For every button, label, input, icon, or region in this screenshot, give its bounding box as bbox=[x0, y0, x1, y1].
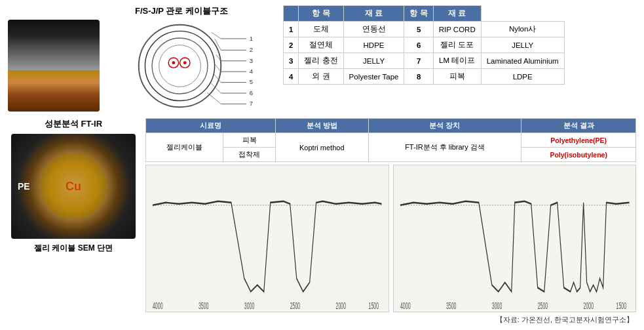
th-mat1: 재 료 bbox=[343, 6, 404, 22]
chart-right: 4000 3500 3000 2500 2000 1500 bbox=[393, 165, 637, 312]
ir-table: 시료명 분석 방법 분석 장치 분석 결과 젤리케이블 피복 Koptri me… bbox=[145, 118, 636, 162]
cell-item1: 외 권 bbox=[299, 69, 343, 85]
svg-text:6: 6 bbox=[250, 89, 253, 96]
td-device: FT-IR분석 후 library 검색 bbox=[368, 133, 521, 162]
svg-text:1500: 1500 bbox=[616, 300, 626, 310]
svg-point-3 bbox=[159, 45, 201, 87]
svg-point-0 bbox=[139, 25, 221, 108]
cell-num: 4 bbox=[284, 69, 299, 85]
result-pe: Polyethylene(PE) bbox=[550, 136, 607, 144]
sem-image: PE Cu bbox=[11, 134, 136, 239]
svg-rect-29 bbox=[146, 165, 388, 312]
sem-caption: 젤리 케이블 SEM 단면 bbox=[34, 243, 113, 254]
cell-num2: 7 bbox=[404, 53, 433, 69]
cell-mat2: Nylon사 bbox=[481, 22, 564, 37]
cell-num2: 8 bbox=[404, 69, 433, 85]
cable-diagram-svg: 1 2 3 4 5 6 7 bbox=[111, 20, 268, 112]
cell-mat2: JELLY bbox=[481, 37, 564, 53]
cell-item1: 도체 bbox=[299, 22, 343, 37]
cell-num: 1 bbox=[284, 22, 299, 37]
svg-text:3: 3 bbox=[250, 57, 253, 64]
cell-item2: RIP CORD bbox=[433, 22, 481, 37]
svg-text:5: 5 bbox=[250, 78, 253, 85]
svg-line-28 bbox=[207, 93, 221, 104]
svg-text:2000: 2000 bbox=[336, 300, 347, 310]
footer-text: 【자료: 가온전선, 한국고분자시험연구소】 bbox=[496, 316, 634, 323]
cable-photo-inner bbox=[8, 20, 100, 112]
charts-row: 4000 3500 3000 2500 2000 1500 bbox=[145, 165, 636, 312]
svg-text:4000: 4000 bbox=[153, 300, 163, 310]
bottom-left: 성분분석 FT-IR PE Cu 젤리 케이블 SEM 단면 bbox=[8, 118, 139, 312]
svg-point-6 bbox=[172, 61, 175, 64]
cell-mat1: JELLY bbox=[343, 53, 404, 69]
cell-item1: 젤리 충전 bbox=[299, 53, 343, 69]
ir-table-container: 시료명 분석 방법 분석 장치 분석 결과 젤리케이블 피복 Koptri me… bbox=[145, 118, 636, 162]
sem-label-cu: Cu bbox=[66, 180, 81, 194]
svg-text:3000: 3000 bbox=[244, 300, 255, 310]
td-sub-피복: 피복 bbox=[223, 133, 276, 148]
td-method: Koptri method bbox=[276, 133, 369, 162]
th-mat2: 재 료 bbox=[433, 6, 481, 22]
th-blank bbox=[284, 6, 299, 22]
cell-num2: 6 bbox=[404, 37, 433, 53]
th-device: 분석 장치 bbox=[368, 119, 521, 133]
svg-text:4000: 4000 bbox=[400, 300, 410, 310]
ir-section-title: 성분분석 FT-IR bbox=[45, 118, 102, 130]
svg-rect-37 bbox=[394, 165, 636, 312]
svg-text:2000: 2000 bbox=[583, 300, 594, 310]
chart-left: 4000 3500 3000 2500 2000 1500 bbox=[145, 165, 389, 312]
bottom-right: 시료명 분석 방법 분석 장치 분석 결과 젤리케이블 피복 Koptri me… bbox=[145, 118, 636, 312]
td-result2: Poly(isobutylene) bbox=[521, 148, 636, 162]
th-item2: 항 목 bbox=[404, 6, 433, 22]
sem-label-pe: PE bbox=[18, 181, 30, 192]
th-result: 분석 결과 bbox=[521, 119, 636, 133]
table-row: 2 절연체 HDPE 6 젤리 도포 JELLY bbox=[284, 37, 565, 53]
svg-point-2 bbox=[152, 38, 208, 94]
svg-text:2: 2 bbox=[250, 46, 253, 53]
table-row: 3 젤리 충전 JELLY 7 LM 테이프 Laminated Alumini… bbox=[284, 53, 565, 69]
cable-table-container: 항 목 재 료 항 목 재 료 1 도체 연동선 5 RIP CORD Nylo… bbox=[283, 5, 636, 112]
svg-text:3000: 3000 bbox=[491, 300, 502, 310]
svg-point-1 bbox=[145, 31, 214, 100]
svg-line-25 bbox=[215, 64, 221, 72]
svg-text:1500: 1500 bbox=[369, 300, 379, 310]
main-container: F/S-J/P 관로 케이블구조 bbox=[0, 0, 644, 330]
cell-item2: LM 테이프 bbox=[433, 53, 481, 69]
bottom-section: 성분분석 FT-IR PE Cu 젤리 케이블 SEM 단면 시료명 분석 방법… bbox=[8, 118, 636, 312]
cable-title: F/S-J/P 관로 케이블구조 bbox=[8, 5, 276, 17]
svg-text:1: 1 bbox=[250, 35, 253, 42]
cable-photo bbox=[8, 20, 100, 112]
table-row: 4 외 권 Polyester Tape 8 피복 LDPE bbox=[284, 69, 565, 85]
svg-text:2500: 2500 bbox=[290, 300, 301, 310]
svg-text:2500: 2500 bbox=[537, 300, 548, 310]
svg-text:7: 7 bbox=[250, 100, 253, 107]
result-pib: Poly(isobutylene) bbox=[550, 151, 607, 159]
cell-num: 2 bbox=[284, 37, 299, 53]
svg-point-7 bbox=[183, 61, 187, 64]
top-left: F/S-J/P 관로 케이블구조 bbox=[8, 5, 276, 112]
cell-item1: 절연체 bbox=[299, 37, 343, 53]
cable-diagram: 1 2 3 4 5 6 7 bbox=[102, 20, 276, 112]
cell-num2: 5 bbox=[404, 22, 433, 37]
cell-mat1: 연동선 bbox=[343, 22, 404, 37]
th-item1: 항 목 bbox=[299, 6, 343, 22]
th-method: 분석 방법 bbox=[276, 119, 369, 133]
cell-mat2: LDPE bbox=[481, 69, 564, 85]
cell-item2: 피복 bbox=[433, 69, 481, 85]
chart-right-svg: 4000 3500 3000 2500 2000 1500 bbox=[394, 165, 636, 312]
footer: 【자료: 가온전선, 한국고분자시험연구소】 bbox=[8, 315, 636, 325]
svg-line-22 bbox=[212, 32, 221, 39]
svg-text:3500: 3500 bbox=[199, 300, 209, 310]
svg-text:4: 4 bbox=[250, 68, 254, 75]
th-sample: 시료명 bbox=[146, 119, 276, 133]
cell-mat2: Laminated Aluminium bbox=[481, 53, 564, 69]
cell-mat1: HDPE bbox=[343, 37, 404, 53]
top-left-content: 1 2 3 4 5 6 7 bbox=[8, 20, 276, 112]
cell-item2: 젤리 도포 bbox=[433, 37, 481, 53]
table-row: 1 도체 연동선 5 RIP CORD Nylon사 bbox=[284, 22, 565, 37]
top-section: F/S-J/P 관로 케이블구조 bbox=[8, 5, 636, 112]
cable-table: 항 목 재 료 항 목 재 료 1 도체 연동선 5 RIP CORD Nylo… bbox=[283, 5, 565, 85]
svg-text:3500: 3500 bbox=[445, 300, 456, 310]
td-result1: Polyethylene(PE) bbox=[521, 133, 636, 148]
chart-left-svg: 4000 3500 3000 2500 2000 1500 bbox=[146, 165, 388, 312]
